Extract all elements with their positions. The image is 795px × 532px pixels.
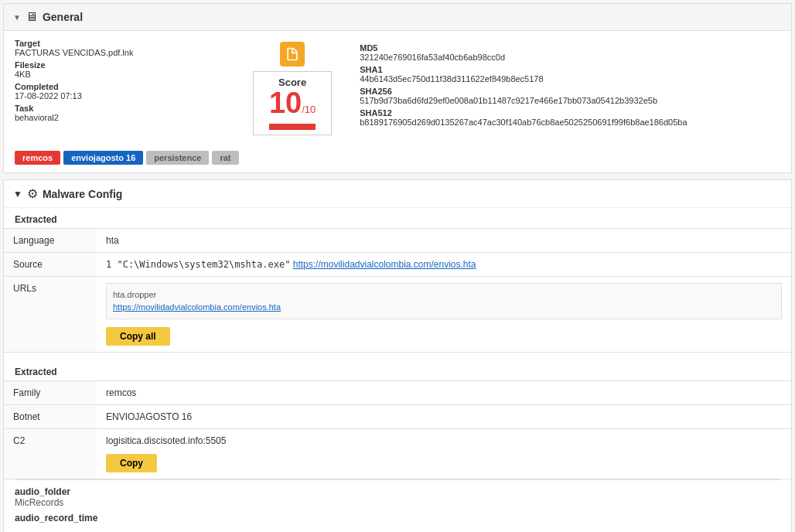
sha256-value: 517b9d73ba6d6fd29ef0e008a01b11487c9217e4… bbox=[360, 96, 780, 105]
meta-block: Target FACTURAS VENCIDAS.pdf.lnk Filesiz… bbox=[15, 39, 225, 138]
completed-row: Completed 17-08-2022 07:13 bbox=[15, 82, 225, 101]
sha512-value: b8189176905d269d0135267ac47ac30f140ab76c… bbox=[360, 118, 780, 127]
audio-folder-item: audio_folder MicRecords bbox=[15, 486, 780, 508]
copy-container: Copy bbox=[106, 449, 782, 472]
score-box: Score 10 /10 bbox=[253, 71, 332, 135]
url-link[interactable]: https://movilidadvialcolombia.com/envios… bbox=[113, 302, 281, 312]
malware-title: Malware Config bbox=[43, 188, 122, 200]
malware-toggle-icon[interactable]: ▼ bbox=[13, 189, 22, 200]
copy-all-button[interactable]: Copy all bbox=[106, 327, 170, 346]
c2-value-cell: logisitica.discisoted.info:5505 Copy bbox=[97, 429, 791, 479]
general-content: Target FACTURAS VENCIDAS.pdf.lnk Filesiz… bbox=[4, 31, 791, 146]
urls-label: URLs bbox=[4, 277, 97, 353]
malware-section: ▼ ⚙ Malware Config Extracted Language ht… bbox=[3, 179, 792, 532]
score-bar bbox=[269, 124, 316, 130]
tag-enviojagosto[interactable]: enviojagosto 16 bbox=[63, 151, 143, 165]
sha1-value: 44b6143d5ec750d11f38d311622ef849b8ec5178 bbox=[360, 74, 780, 84]
botnet-label: Botnet bbox=[4, 405, 97, 429]
general-section: ▼ 🖥 General Target FACTURAS VENCIDAS.pdf… bbox=[3, 3, 792, 173]
tags-row: remcos enviojagosto 16 persistence rat bbox=[4, 146, 791, 172]
task-row: Task behavioral2 bbox=[15, 104, 225, 122]
audio-folder-label: audio_folder bbox=[15, 486, 780, 497]
c2-value: logisitica.discisoted.info:5505 bbox=[106, 435, 782, 446]
completed-label: Completed bbox=[15, 82, 225, 91]
sha1-label: SHA1 bbox=[360, 65, 780, 74]
audio-record-time-item: audio_record_time bbox=[15, 513, 780, 523]
file-svg-icon bbox=[285, 46, 300, 62]
general-title: General bbox=[43, 11, 83, 23]
botnet-value: ENVIOJAGOSTO 16 bbox=[97, 405, 791, 429]
config-table-1: Language hta Source 1 "C:\Windows\system… bbox=[4, 228, 791, 353]
c2-label: C2 bbox=[4, 429, 97, 479]
sha512-label: SHA512 bbox=[360, 108, 780, 118]
tag-persistence[interactable]: persistence bbox=[146, 151, 209, 165]
score-number-row: 10 /10 bbox=[269, 88, 316, 118]
completed-value: 17-08-2022 07:13 bbox=[15, 91, 225, 101]
score-block: Score 10 /10 bbox=[241, 39, 344, 138]
url-dropper: hta.dropper bbox=[113, 290, 775, 299]
family-row: Family remcos bbox=[4, 381, 791, 405]
audio-record-time-label: audio_record_time bbox=[15, 513, 780, 523]
general-header: ▼ 🖥 General bbox=[4, 4, 791, 31]
extracted-label-1: Extracted bbox=[4, 208, 791, 228]
task-value: behavioral2 bbox=[15, 113, 225, 122]
source-row: Source 1 "C:\Windows\system32\mshta.exe"… bbox=[4, 253, 791, 277]
extracted-label-2: Extracted bbox=[4, 360, 791, 380]
sha256-label: SHA256 bbox=[360, 87, 780, 96]
source-url-link[interactable]: https://movilidadvialcolombia.com/envios… bbox=[293, 259, 476, 270]
audio-section: audio_folder MicRecords audio_record_tim… bbox=[4, 480, 791, 532]
target-row: Target FACTURAS VENCIDAS.pdf.lnk bbox=[15, 39, 225, 57]
score-file-icon bbox=[280, 42, 305, 66]
language-label: Language bbox=[4, 229, 97, 253]
hash-block: MD5 321240e769016fa53af40cb6ab98cc0d SHA… bbox=[360, 39, 780, 138]
task-label: Task bbox=[15, 104, 225, 113]
language-value: hta bbox=[97, 229, 791, 253]
source-prefix: 1 "C:\Windows\system32\mshta.exe" bbox=[106, 259, 290, 270]
tag-rat[interactable]: rat bbox=[212, 151, 238, 165]
urls-row: URLs hta.dropper https://movilidadvialco… bbox=[4, 277, 791, 353]
score-max: /10 bbox=[302, 104, 316, 115]
source-value: 1 "C:\Windows\system32\mshta.exe" https:… bbox=[97, 253, 791, 277]
target-value: FACTURAS VENCIDAS.pdf.lnk bbox=[15, 48, 225, 57]
family-value: remcos bbox=[97, 381, 791, 405]
language-row: Language hta bbox=[4, 229, 791, 253]
file-icon: 🖥 bbox=[26, 10, 38, 24]
filesize-value: 4KB bbox=[15, 70, 225, 79]
filesize-row: Filesize 4KB bbox=[15, 60, 225, 79]
copy-all-container: Copy all bbox=[106, 322, 782, 346]
family-label: Family bbox=[4, 381, 97, 405]
toggle-icon[interactable]: ▼ bbox=[13, 13, 21, 22]
score-value: 10 bbox=[269, 88, 302, 118]
gear-icon: ⚙ bbox=[27, 186, 38, 201]
audio-folder-value: MicRecords bbox=[15, 497, 780, 508]
config-table-2: Family remcos Botnet ENVIOJAGOSTO 16 C2 … bbox=[4, 380, 791, 479]
tag-remcos[interactable]: remcos bbox=[15, 151, 60, 165]
c2-row: C2 logisitica.discisoted.info:5505 Copy bbox=[4, 429, 791, 479]
filesize-label: Filesize bbox=[15, 60, 225, 70]
botnet-row: Botnet ENVIOJAGOSTO 16 bbox=[4, 405, 791, 429]
copy-button[interactable]: Copy bbox=[106, 454, 157, 472]
source-label: Source bbox=[4, 253, 97, 277]
malware-header: ▼ ⚙ Malware Config bbox=[4, 180, 791, 208]
target-label: Target bbox=[15, 39, 225, 48]
url-box: hta.dropper https://movilidadvialcolombi… bbox=[106, 283, 782, 319]
urls-value: hta.dropper https://movilidadvialcolombi… bbox=[97, 277, 791, 353]
md5-value: 321240e769016fa53af40cb6ab98cc0d bbox=[360, 53, 780, 62]
md5-label: MD5 bbox=[360, 43, 780, 53]
